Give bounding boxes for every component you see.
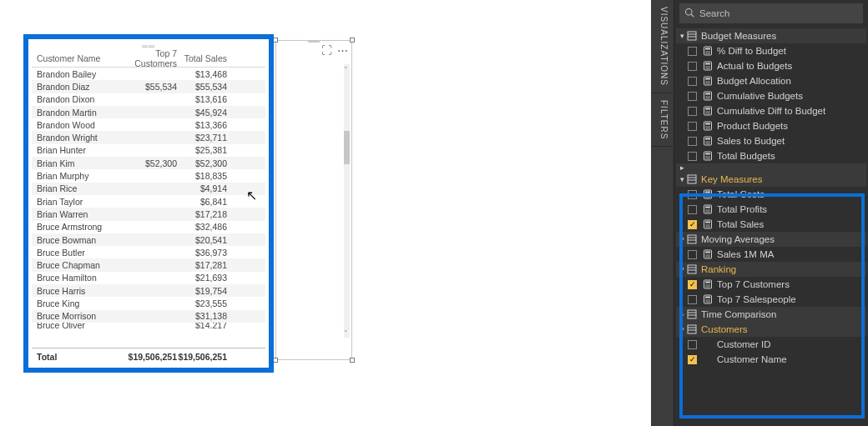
field-checkbox[interactable] — [688, 250, 697, 259]
measure-icon — [702, 203, 714, 215]
field-top-7-salespeople[interactable]: Top 7 Salespeople — [676, 292, 866, 307]
svg-point-11 — [707, 53, 708, 53]
field-checkbox[interactable] — [688, 205, 697, 214]
table-row[interactable]: Brian Hunter$25,381 — [32, 144, 265, 157]
table-row[interactable]: Brandon Wright$23,711 — [32, 131, 265, 143]
svg-point-39 — [705, 111, 706, 112]
table-row[interactable]: Brandon Dixon$13,616 — [32, 93, 265, 106]
group-label: Moving Averages — [701, 234, 866, 244]
group-label: Customers — [701, 324, 866, 334]
field-checkbox[interactable]: ✓ — [688, 220, 697, 229]
svg-point-60 — [709, 143, 709, 143]
table-row[interactable]: Bruce Hamilton$21,693 — [32, 272, 265, 284]
svg-point-114 — [709, 284, 709, 285]
cell-customer-name: Brian Warren — [37, 209, 112, 219]
field-total-sales[interactable]: ✓Total Sales — [676, 217, 866, 232]
table-row[interactable]: Brandon Diaz$55,534$55,534 — [32, 80, 265, 93]
field-checkbox[interactable] — [688, 295, 697, 304]
svg-point-103 — [709, 254, 709, 255]
field-checkbox[interactable] — [688, 340, 697, 349]
table-row[interactable]: Bruce Chapman$17,281 — [32, 258, 265, 271]
scrollbar-arrow-down[interactable]: ˅ — [344, 329, 349, 338]
column-header-total-sales[interactable]: Total Sales — [177, 53, 227, 63]
focus-mode-icon[interactable]: ⛶ — [321, 44, 332, 57]
chevron-down-icon[interactable]: ▾ — [678, 235, 686, 243]
table-row[interactable]: Brian Murphy$18,835 — [32, 169, 265, 182]
field-checkbox[interactable] — [688, 92, 697, 101]
table-row[interactable]: Brian Warren$17,218 — [32, 208, 265, 220]
table-row[interactable]: Brandon Bailey$13,468 — [32, 68, 265, 80]
field-total-budgets[interactable]: Total Budgets — [676, 148, 866, 163]
table-row[interactable]: Brian Kim$52,300$52,300 — [32, 157, 265, 169]
field-checkbox[interactable]: ✓ — [688, 355, 697, 364]
group-moving-averages[interactable]: ▾Moving Averages — [676, 232, 866, 247]
scrollbar-arrow-up[interactable]: ˄ — [344, 66, 349, 74]
scrollbar-thumb[interactable] — [344, 131, 350, 164]
table-row[interactable]: Bruce Bowman$20,541 — [32, 233, 265, 246]
tab-visualizations[interactable]: VISUALIZATIONS — [651, 0, 674, 93]
field-top-7-customers[interactable]: ✓Top 7 Customers — [676, 277, 866, 292]
field-total-costs[interactable]: Total Costs — [676, 187, 866, 202]
svg-point-64 — [707, 156, 708, 157]
column-header-customer-name[interactable]: Customer Name — [37, 53, 112, 63]
group-key-measures[interactable]: ▾Key Measures — [676, 172, 866, 187]
chevron-right-icon[interactable]: ▸ — [678, 310, 686, 318]
field-checkbox[interactable] — [688, 47, 697, 56]
svg-line-1 — [691, 14, 694, 17]
field-checkbox[interactable] — [688, 62, 697, 71]
group-budget-measures[interactable]: ▾Budget Measures — [676, 28, 866, 43]
field-checkbox[interactable] — [688, 152, 697, 161]
table-row[interactable]: Brandon Martin$45,924 — [32, 106, 265, 118]
field-cumulative-budgets[interactable]: Cumulative Budgets — [676, 88, 866, 103]
field--diff-to-budget[interactable]: % Diff to Budget — [676, 43, 866, 58]
chevron-down-icon[interactable]: ▾ — [678, 325, 686, 333]
table-row[interactable]: Bruce Oliver$14,217 — [32, 323, 265, 328]
field-total-profits[interactable]: Total Profits — [676, 202, 866, 217]
chevron-down-icon[interactable]: ▾ — [678, 265, 686, 273]
field-actual-to-budgets[interactable]: Actual to Budgets — [676, 58, 866, 73]
field-product-budgets[interactable]: Product Budgets — [676, 118, 866, 133]
field-checkbox[interactable] — [688, 77, 697, 86]
field-sales-to-budget[interactable]: Sales to Budget — [676, 133, 866, 148]
search-input[interactable] — [699, 8, 858, 18]
table-row[interactable]: Bruce Morrison$31,138 — [32, 310, 265, 323]
group-truncated[interactable]: ▸ — [676, 163, 866, 172]
column-header-top-7-customers[interactable]: Top 7 Customers — [112, 48, 177, 68]
table-row[interactable]: Brian Rice$4,914 — [32, 183, 265, 195]
chevron-right-icon[interactable]: ▸ — [678, 163, 686, 172]
chevron-down-icon[interactable]: ▾ — [678, 175, 686, 183]
svg-point-9 — [709, 51, 709, 52]
table-row[interactable]: Bruce Armstrong$32,486 — [32, 221, 265, 233]
group-time-comparison[interactable]: ▸Time Comparison — [676, 307, 866, 322]
svg-point-102 — [707, 254, 708, 255]
table-row[interactable]: Brandon Wood$13,366 — [32, 118, 265, 131]
group-ranking[interactable]: ▾Ranking — [676, 262, 866, 277]
field-checkbox[interactable] — [688, 122, 697, 131]
search-icon — [684, 8, 694, 19]
table-row[interactable]: Brian Taylor$6,841 — [32, 195, 265, 208]
table-row[interactable]: Bruce Harris$19,754 — [32, 284, 265, 297]
table-row[interactable]: Bruce King$23,555 — [32, 297, 265, 309]
scrollbar-track[interactable] — [344, 64, 350, 338]
field-customer-id[interactable]: Customer ID — [676, 337, 866, 352]
drag-handle-top[interactable] — [308, 40, 320, 43]
table-row[interactable]: Bruce Butler$36,973 — [32, 246, 265, 258]
field-cumulative-diff-to-budget[interactable]: Cumulative Diff to Budget — [676, 103, 866, 118]
field-checkbox[interactable]: ✓ — [688, 280, 697, 289]
field-customer-name[interactable]: ✓Customer Name — [676, 352, 866, 367]
resize-handle-br[interactable] — [350, 358, 355, 363]
visual-selection-frame[interactable]: ⛶ ⋯ ˄ ˅ — [275, 40, 352, 360]
svg-rect-129 — [688, 325, 696, 333]
field-sales-1m-ma[interactable]: Sales 1M MA — [676, 247, 866, 262]
field-checkbox[interactable] — [688, 137, 697, 146]
tab-filters[interactable]: FILTERS — [651, 93, 674, 147]
total-row-top7: $19,506,251 — [112, 352, 177, 362]
group-customers[interactable]: ▾Customers — [676, 322, 866, 337]
resize-handle-tr[interactable] — [350, 38, 355, 43]
chevron-down-icon[interactable]: ▾ — [678, 32, 686, 40]
field-checkbox[interactable] — [688, 107, 697, 116]
field-checkbox[interactable] — [688, 190, 697, 199]
field-budget-allocation[interactable]: Budget Allocation — [676, 73, 866, 88]
more-options-icon[interactable]: ⋯ — [337, 44, 348, 57]
table-visual[interactable]: ══ Customer Name Top 7 Customers Total S… — [23, 34, 274, 373]
